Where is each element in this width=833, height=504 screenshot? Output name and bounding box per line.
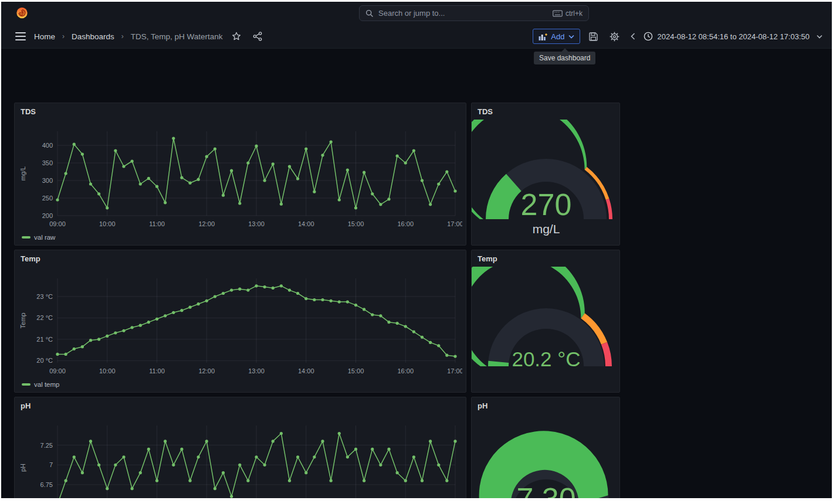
screenshot-frame: Search or jump to... ctrl+k xyxy=(0,0,833,504)
panel-title[interactable]: pH xyxy=(21,401,31,410)
svg-text:11:00: 11:00 xyxy=(149,367,165,374)
top-bar: Search or jump to... ctrl+k xyxy=(1,2,832,24)
svg-text:10:00: 10:00 xyxy=(99,220,116,227)
svg-text:23 °C: 23 °C xyxy=(36,293,53,300)
tds-gauge: 270 mg/L xyxy=(472,120,621,245)
svg-text:13:00: 13:00 xyxy=(248,220,265,227)
svg-text:15:00: 15:00 xyxy=(348,367,364,374)
chevron-left-icon[interactable] xyxy=(628,29,638,44)
svg-text:400: 400 xyxy=(42,142,53,149)
share-icon[interactable] xyxy=(250,29,265,44)
svg-text:7.25: 7.25 xyxy=(40,442,53,449)
ph-line-chart[interactable]: 09:0010:0011:0012:0013:0014:0015:0016:00… xyxy=(19,414,462,498)
panel-tds-gauge: TDS 270 mg/L xyxy=(471,103,620,246)
star-icon[interactable] xyxy=(229,29,244,44)
panel-title[interactable]: TDS xyxy=(21,107,36,116)
svg-text:10:00: 10:00 xyxy=(99,367,116,374)
add-panel-icon xyxy=(539,33,547,40)
panel-temp-timeseries: Temp 09:0010:0011:0012:0013:0014:0015:00… xyxy=(14,250,466,393)
panel-title[interactable]: Temp xyxy=(478,254,497,263)
search-icon xyxy=(365,9,374,18)
gauge-unit: mg/L xyxy=(533,222,560,236)
legend-swatch xyxy=(22,383,31,386)
nav-bar: Home › Dashboards › TDS, Temp, pH Watert… xyxy=(1,24,832,49)
legend-label: val temp xyxy=(34,381,59,388)
svg-text:21 °C: 21 °C xyxy=(36,336,53,343)
svg-text:20 °C: 20 °C xyxy=(36,357,53,364)
temp-line-chart[interactable]: 09:0010:0011:0012:0013:0014:0015:0016:00… xyxy=(19,267,462,378)
legend-item[interactable]: val raw xyxy=(22,234,55,241)
legend-label: val raw xyxy=(34,234,55,241)
svg-text:pH: pH xyxy=(19,464,26,472)
svg-text:15:00: 15:00 xyxy=(348,220,364,227)
breadcrumb-dashboards[interactable]: Dashboards xyxy=(72,32,114,41)
gauge-value: 7.30 xyxy=(516,482,575,498)
panel-ph-gauge: pH 7.30 pH xyxy=(471,397,620,498)
clock-icon xyxy=(644,32,653,41)
time-range-chevron-down-icon[interactable] xyxy=(815,29,824,44)
svg-text:17:00: 17:00 xyxy=(447,367,462,374)
svg-text:17:00: 17:00 xyxy=(447,220,462,227)
breadcrumb-current: TDS, Temp, pH Watertank xyxy=(131,32,223,41)
time-range-picker[interactable]: 2024-08-12 08:54:16 to 2024-08-12 17:03:… xyxy=(644,32,810,41)
svg-text:09:00: 09:00 xyxy=(49,220,66,227)
panel-title[interactable]: pH xyxy=(478,401,487,410)
search-placeholder: Search or jump to... xyxy=(378,9,445,18)
svg-text:mg/L: mg/L xyxy=(19,166,26,181)
svg-text:14:00: 14:00 xyxy=(298,367,314,374)
search-shortcut: ctrl+k xyxy=(553,9,583,18)
shortcut-label: ctrl+k xyxy=(566,9,583,18)
dashboard-canvas: TDS 09:0010:0011:0012:0013:0014:0015:001… xyxy=(1,49,832,498)
panel-temp-gauge: Temp 20.2 °C xyxy=(471,250,620,393)
svg-text:13:00: 13:00 xyxy=(248,367,265,374)
panel-title[interactable]: TDS xyxy=(478,107,493,116)
gauge-value: 20.2 °C xyxy=(512,348,580,370)
svg-text:11:00: 11:00 xyxy=(149,220,165,227)
ph-gauge: 7.30 pH xyxy=(472,414,621,498)
legend-swatch xyxy=(22,236,31,239)
svg-text:12:00: 12:00 xyxy=(198,367,215,374)
chevron-down-icon xyxy=(568,35,574,39)
svg-text:14:00: 14:00 xyxy=(298,220,314,227)
svg-text:09:00: 09:00 xyxy=(49,367,66,374)
panel-ph-timeseries: pH 09:0010:0011:0012:0013:0014:0015:0016… xyxy=(14,397,466,498)
time-range-label: 2024-08-12 08:54:16 to 2024-08-12 17:03:… xyxy=(658,32,810,41)
add-button-label: Add xyxy=(551,32,564,41)
breadcrumb-separator: › xyxy=(120,32,125,40)
panel-title[interactable]: Temp xyxy=(21,254,40,263)
grafana-app: Search or jump to... ctrl+k xyxy=(1,2,832,498)
svg-text:16:00: 16:00 xyxy=(397,367,414,374)
search-input[interactable]: Search or jump to... ctrl+k xyxy=(359,5,589,21)
temp-gauge: 20.2 °C xyxy=(472,267,621,392)
svg-text:250: 250 xyxy=(42,195,53,202)
tds-line-chart[interactable]: 09:0010:0011:0012:0013:0014:0015:0016:00… xyxy=(19,120,462,231)
svg-text:350: 350 xyxy=(42,159,53,166)
gear-icon[interactable] xyxy=(607,29,622,44)
breadcrumb-home[interactable]: Home xyxy=(34,32,55,41)
add-button[interactable]: Add xyxy=(533,29,580,44)
save-dashboard-tooltip: Save dashboard xyxy=(534,52,595,64)
svg-text:Temp: Temp xyxy=(19,313,26,329)
grafana-logo-icon[interactable] xyxy=(15,6,29,20)
svg-text:200: 200 xyxy=(42,212,53,219)
gauge-value: 270 xyxy=(521,188,572,222)
menu-icon[interactable] xyxy=(13,29,28,44)
svg-text:7: 7 xyxy=(49,461,53,468)
keyboard-icon xyxy=(553,10,563,17)
panel-tds-timeseries: TDS 09:0010:0011:0012:0013:0014:0015:001… xyxy=(14,103,466,246)
svg-text:300: 300 xyxy=(42,177,53,184)
svg-text:22 °C: 22 °C xyxy=(36,314,53,321)
legend-item[interactable]: val temp xyxy=(22,381,59,388)
save-dashboard-icon[interactable] xyxy=(586,29,601,44)
breadcrumb-separator: › xyxy=(61,32,66,40)
svg-text:16:00: 16:00 xyxy=(397,220,414,227)
svg-text:12:00: 12:00 xyxy=(198,220,215,227)
svg-text:6.75: 6.75 xyxy=(40,481,53,488)
